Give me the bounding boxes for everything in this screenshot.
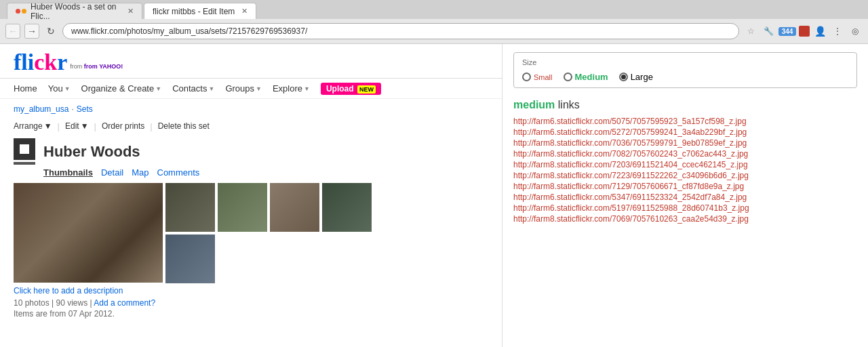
nav-you[interactable]: You ▼ [48,83,71,94]
bookmark-star-icon[interactable]: ☆ [743,24,758,39]
nav-explore-label: Explore [273,83,302,94]
nav-organize-label: Organize & Create [81,83,155,94]
upload-label: Upload NEW [321,83,381,95]
link-item-8[interactable]: http://farm6.staticflickr.com/5197/69115… [513,203,857,213]
arrange-button[interactable]: Arrange ▼ [14,121,52,131]
tab-map[interactable]: Map [132,167,149,178]
breadcrumb-sets[interactable]: Sets [77,104,93,114]
nav-organize[interactable]: Organize & Create ▼ [81,83,162,94]
person-icon[interactable]: 👤 [812,24,827,39]
yahoo-brand: from YAHOO! [84,63,123,70]
link-item-1[interactable]: http://farm6.staticflickr.com/5272/70575… [513,127,857,137]
main-photo[interactable] [14,183,163,283]
nav-contacts[interactable]: Contacts ▼ [172,83,214,94]
set-tabs: Thumbnails Detail Map Comments [43,167,488,178]
links-section: medium links http://farm6.staticflickr.c… [513,99,857,224]
link-item-0[interactable]: http://farm6.staticflickr.com/5075/70575… [513,117,857,126]
size-group: Size Small Medium Large [513,52,857,88]
links-title-suffix: links [555,99,579,110]
link-item-2[interactable]: http://farm8.staticflickr.com/7036/70575… [513,138,857,148]
edit-arrow: ▼ [81,121,89,131]
tab-title-edit: flickr mitbbs - Edit Item [153,7,235,16]
chrome-icon[interactable]: ◎ [848,24,863,39]
set-date: Items are from 07 Apr 2012. [14,309,488,319]
more-tools-icon[interactable]: ⋮ [830,24,845,39]
nav-home[interactable]: Home [14,83,37,94]
delete-set-button[interactable]: Delete this set [158,121,210,131]
links-list: http://farm6.staticflickr.com/5075/70575… [513,117,857,224]
badge-icon[interactable]: 344 [778,27,796,36]
yahoo-text: from from YAHOO! [70,60,123,70]
radio-medium[interactable] [564,73,572,81]
breadcrumb-separator: · [71,104,73,114]
tab-title-flickr: Huber Woods - a set on Flic... [31,2,121,21]
extensions-icon[interactable]: 🔧 [761,24,776,39]
radio-small[interactable] [522,73,531,81]
address-bar[interactable]: www.flickr.com/photos/my_album_usa/sets/… [62,23,739,39]
link-item-7[interactable]: http://farm6.staticflickr.com/5347/69115… [513,192,857,202]
tab-close-flickr[interactable]: ✕ [127,7,134,16]
size-small[interactable]: Small [522,73,553,81]
nav-groups[interactable]: Groups ▼ [225,83,262,94]
link-item-3[interactable]: http://farm8.staticflickr.com/7082/70576… [513,149,857,159]
size-small-label: Small [534,73,553,81]
main-photo-image [14,183,163,283]
size-medium[interactable]: Medium [564,72,608,82]
logo-text: flickr [14,49,67,75]
add-description[interactable]: Click here to add a description [14,286,488,295]
tab-flickr[interactable]: Huber Woods - a set on Flic... ✕ [7,3,142,19]
forward-button[interactable]: → [24,24,39,39]
radio-large[interactable] [619,73,628,81]
thumbnail-5[interactable] [165,234,215,283]
breadcrumb-album[interactable]: my_album_usa [14,104,68,114]
tab-detail[interactable]: Detail [101,167,123,178]
tab-comments[interactable]: Comments [157,167,200,178]
size-large-label: Large [631,72,653,82]
thumbnail-4[interactable] [322,183,372,232]
toolbar-divider-2: | [94,121,96,131]
thumbnail-2[interactable] [218,183,267,232]
link-item-4[interactable]: http://farm8.staticflickr.com/7203/69115… [513,160,857,169]
browser-toolbar-icons: ☆ 🔧 344 👤 ⋮ ◎ [743,24,863,39]
photo-grid [14,183,488,283]
size-group-label: Size [522,58,848,66]
logo-pink-ck: ck [34,49,57,75]
add-comment-link[interactable]: Add a comment? [94,298,155,308]
thumbnail-grid [165,183,372,283]
toolbar-divider-1: | [58,121,60,131]
thumbnail-1[interactable] [165,183,215,232]
set-icon-line [14,162,35,165]
nav-contacts-arrow: ▼ [208,85,214,92]
link-item-5[interactable]: http://farm8.staticflickr.com/7223/69115… [513,171,857,180]
edit-button[interactable]: Edit ▼ [65,121,89,131]
links-title: medium links [513,99,857,111]
breadcrumb: my_album_usa · Sets [0,99,502,117]
upload-badge: NEW [357,85,376,94]
link-item-9[interactable]: http://farm8.staticflickr.com/7069/70576… [513,214,857,224]
size-large[interactable]: Large [619,72,653,82]
main-content: flickr from from YAHOO! Home You ▼ Organ… [0,44,502,347]
red-icon[interactable] [799,26,810,37]
flickr-header: flickr from from YAHOO! [0,44,502,79]
link-item-6[interactable]: http://farm8.staticflickr.com/7129/70576… [513,182,857,191]
size-options: Small Medium Large [522,72,848,82]
browser-chrome: Huber Woods - a set on Flic... ✕ flickr … [0,0,868,44]
nav-upload[interactable]: Upload NEW [321,83,381,95]
views-count: 90 views [56,298,88,308]
nav-explore[interactable]: Explore ▼ [273,83,310,94]
tab-thumbnails[interactable]: Thumbnails [43,167,93,178]
tab-edit-item[interactable]: flickr mitbbs - Edit Item ✕ [144,3,256,19]
favicon-dot-red [16,9,20,14]
set-title-row: Huber Woods [14,138,488,165]
thumbnail-3[interactable] [270,183,319,232]
tab-close-edit[interactable]: ✕ [241,7,248,16]
order-prints-button[interactable]: Order prints [102,121,144,131]
set-icon-inner [20,144,29,154]
refresh-button[interactable]: ↻ [43,24,58,39]
nav-organize-arrow: ▼ [155,85,161,92]
address-bar-row: ← → ↻ www.flickr.com/photos/my_album_usa… [0,19,868,43]
back-button[interactable]: ← [5,24,20,39]
set-icon-box [14,138,35,160]
nav-contacts-label: Contacts [172,83,207,94]
upload-text: Upload [326,84,354,94]
